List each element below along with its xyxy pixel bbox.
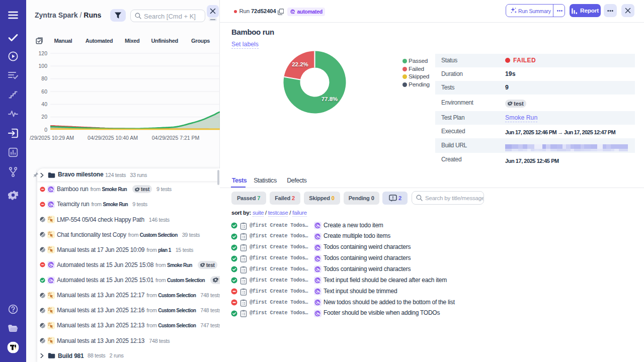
svg-text:77.8%: 77.8%	[321, 96, 338, 102]
svg-text:/29/2025 10:29 AM: /29/2025 10:29 AM	[30, 135, 74, 141]
svg-text:60: 60	[41, 88, 47, 95]
svg-text:40: 40	[41, 101, 47, 107]
svg-text:04/29/2025 10:40 AM: 04/29/2025 10:40 AM	[88, 135, 138, 141]
svg-text:100: 100	[38, 63, 47, 69]
svg-text:04/29/2025 7:21 PM: 04/29/2025 7:21 PM	[152, 135, 200, 141]
svg-text:80: 80	[41, 75, 47, 81]
svg-text:20: 20	[41, 114, 47, 120]
svg-text:22.2%: 22.2%	[292, 61, 308, 67]
svg-text:0: 0	[44, 127, 47, 133]
svg-text:120: 120	[38, 50, 47, 56]
